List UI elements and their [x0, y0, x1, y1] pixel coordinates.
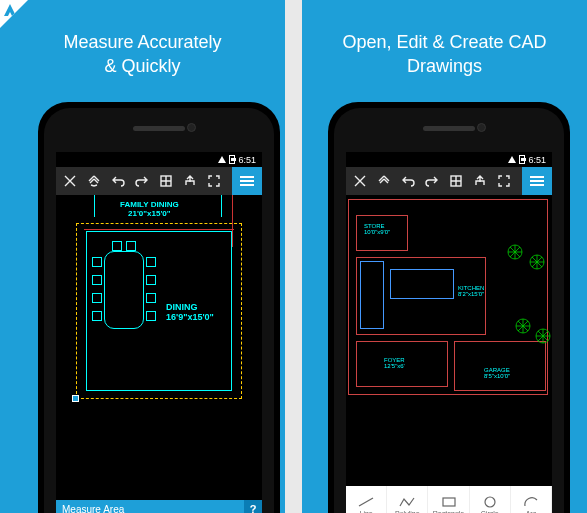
hamburger-icon	[530, 180, 544, 182]
close-icon[interactable]	[349, 170, 371, 192]
plant-icon	[534, 327, 552, 345]
room-garage	[454, 341, 546, 391]
kitchen-counter	[360, 261, 384, 329]
close-icon[interactable]	[59, 170, 81, 192]
selection-handle[interactable]	[72, 395, 79, 402]
android-status-bar: 6:51	[56, 152, 262, 167]
tagline-left: Measure Accurately & Quickly	[0, 30, 285, 79]
share-icon[interactable]	[179, 170, 201, 192]
tool-polyline[interactable]: Polyline	[387, 486, 428, 513]
grid-icon[interactable]	[155, 170, 177, 192]
tool-rectangle[interactable]: Rectangle	[428, 486, 469, 513]
tagline-line1: Open, Edit & Create CAD	[302, 30, 587, 54]
battery-icon	[229, 155, 235, 164]
chair	[92, 275, 102, 285]
label-store: STORE10'0"x9'0"	[364, 223, 390, 235]
menu-button[interactable]	[232, 167, 262, 195]
menu-button[interactable]	[522, 167, 552, 195]
phone-mockup-left: 6:51	[38, 102, 280, 513]
fullscreen-icon[interactable]	[493, 170, 515, 192]
svg-point-15	[485, 497, 495, 507]
chair	[92, 257, 102, 267]
draw-tools-row: Line Polyline Rectangle Circle Arc	[346, 486, 552, 513]
tagline-line2: Drawings	[302, 54, 587, 78]
phone-camera	[187, 123, 196, 132]
drawing-canvas-left[interactable]: FAMILY DINING 21'0"x15'0"	[56, 195, 262, 500]
tagline-right: Open, Edit & Create CAD Drawings	[302, 30, 587, 79]
room-label-dining: DINING 16'9"x15'0"	[166, 303, 214, 323]
kitchen-island	[390, 269, 454, 299]
phone-camera	[477, 123, 486, 132]
fullscreen-icon[interactable]	[203, 170, 225, 192]
tool-circle[interactable]: Circle	[470, 486, 511, 513]
android-status-bar: 6:51	[346, 152, 552, 167]
layers-icon[interactable]	[373, 170, 395, 192]
label-foyer: FOYER12'5"x6'	[384, 357, 405, 369]
hamburger-icon	[240, 180, 254, 182]
plant-icon	[528, 253, 546, 271]
drawing-canvas-right[interactable]: STORE10'0"x9'0" KITCHEN8'2"x15'0" FOYER1…	[346, 195, 552, 486]
help-button[interactable]: ?	[244, 500, 262, 513]
undo-icon[interactable]	[397, 170, 419, 192]
redo-icon[interactable]	[131, 170, 153, 192]
chair	[126, 241, 136, 251]
tagline-line2: & Quickly	[0, 54, 285, 78]
phone-speaker	[133, 126, 185, 131]
measure-title-bar: Measure Area ?	[56, 500, 262, 513]
status-time: 6:51	[528, 155, 546, 165]
chair	[112, 241, 122, 251]
tool-line[interactable]: Line	[346, 486, 387, 513]
status-time: 6:51	[238, 155, 256, 165]
layers-icon[interactable]	[83, 170, 105, 192]
chair	[92, 293, 102, 303]
measure-title: Measure Area	[62, 504, 124, 514]
undo-icon[interactable]	[107, 170, 129, 192]
room-label-top: FAMILY DINING 21'0"x15'0"	[120, 201, 179, 219]
chair	[146, 293, 156, 303]
share-icon[interactable]	[469, 170, 491, 192]
chair	[146, 257, 156, 267]
dining-table	[104, 251, 144, 329]
label-kitchen: KITCHEN8'2"x15'0"	[458, 285, 484, 297]
redo-icon[interactable]	[421, 170, 443, 192]
chair	[92, 311, 102, 321]
grid-icon[interactable]	[445, 170, 467, 192]
phone-screen-right: 6:51 STORE10'0	[346, 152, 552, 513]
app-toolbar	[56, 167, 262, 195]
phone-screen-left: 6:51	[56, 152, 262, 513]
battery-icon	[519, 155, 525, 164]
tool-arc[interactable]: Arc	[511, 486, 552, 513]
tagline-line1: Measure Accurately	[0, 30, 285, 54]
phone-mockup-right: 6:51 STORE10'0	[328, 102, 570, 513]
chair	[146, 311, 156, 321]
svg-rect-14	[443, 498, 455, 506]
promo-panel-right: Open, Edit & Create CAD Drawings 6:51	[302, 0, 587, 513]
plant-icon	[514, 317, 532, 335]
phone-speaker	[423, 126, 475, 131]
plant-icon	[506, 243, 524, 261]
promo-panel-left: Measure Accurately & Quickly 6:51	[0, 0, 285, 513]
app-toolbar	[346, 167, 552, 195]
signal-icon	[218, 156, 226, 163]
chair	[146, 275, 156, 285]
label-garage: GARAGE8'5"x10'0"	[484, 367, 510, 379]
signal-icon	[508, 156, 516, 163]
